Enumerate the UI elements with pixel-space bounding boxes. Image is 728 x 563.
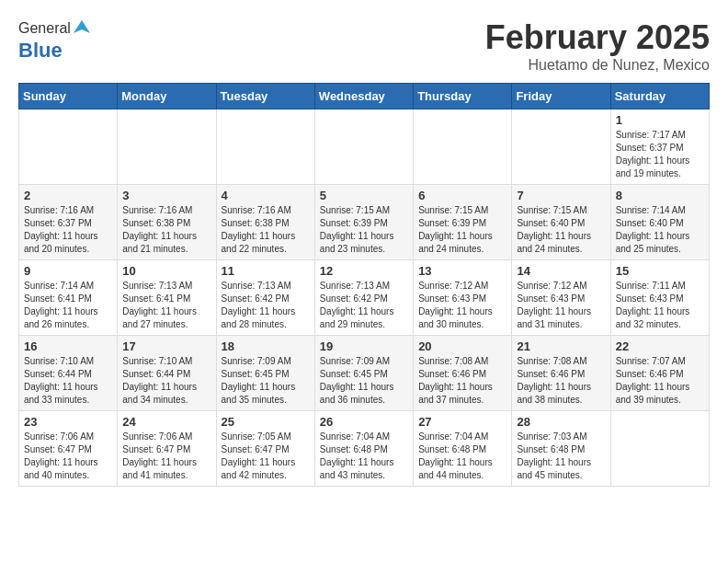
day-info: Sunrise: 7:04 AM Sunset: 6:48 PM Dayligh… bbox=[320, 431, 408, 482]
weekday-header-saturday: Saturday bbox=[610, 84, 709, 109]
day-number: 13 bbox=[418, 264, 506, 278]
empty-cell bbox=[610, 411, 709, 487]
page-header: General Blue February 2025 Huetamo de Nu… bbox=[18, 18, 710, 74]
empty-cell bbox=[314, 109, 413, 185]
day-cell-15: 15Sunrise: 7:11 AM Sunset: 6:43 PM Dayli… bbox=[610, 260, 709, 336]
day-number: 6 bbox=[418, 189, 506, 202]
day-number: 4 bbox=[222, 189, 310, 202]
day-cell-21: 21Sunrise: 7:08 AM Sunset: 6:46 PM Dayli… bbox=[512, 336, 610, 411]
day-info: Sunrise: 7:12 AM Sunset: 6:43 PM Dayligh… bbox=[418, 280, 506, 331]
svg-marker-0 bbox=[74, 20, 90, 33]
day-info: Sunrise: 7:15 AM Sunset: 6:40 PM Dayligh… bbox=[517, 204, 605, 256]
day-number: 14 bbox=[517, 264, 605, 278]
day-cell-18: 18Sunrise: 7:09 AM Sunset: 6:45 PM Dayli… bbox=[216, 336, 314, 411]
day-number: 28 bbox=[517, 415, 605, 429]
day-info: Sunrise: 7:10 AM Sunset: 6:44 PM Dayligh… bbox=[24, 355, 112, 407]
location-subtitle: Huetamo de Nunez, Mexico bbox=[485, 57, 710, 74]
day-info: Sunrise: 7:16 AM Sunset: 6:38 PM Dayligh… bbox=[222, 204, 310, 256]
day-number: 10 bbox=[122, 264, 210, 278]
day-info: Sunrise: 7:13 AM Sunset: 6:41 PM Dayligh… bbox=[122, 280, 210, 331]
weekday-header-tuesday: Tuesday bbox=[216, 84, 314, 109]
day-info: Sunrise: 7:10 AM Sunset: 6:44 PM Dayligh… bbox=[122, 355, 210, 407]
day-cell-9: 9Sunrise: 7:14 AM Sunset: 6:41 PM Daylig… bbox=[19, 260, 118, 336]
day-number: 17 bbox=[122, 339, 210, 353]
day-number: 21 bbox=[517, 339, 605, 353]
day-cell-25: 25Sunrise: 7:05 AM Sunset: 6:47 PM Dayli… bbox=[216, 411, 314, 487]
day-cell-10: 10Sunrise: 7:13 AM Sunset: 6:41 PM Dayli… bbox=[118, 260, 216, 336]
logo: General Blue bbox=[18, 18, 90, 63]
day-cell-26: 26Sunrise: 7:04 AM Sunset: 6:48 PM Dayli… bbox=[314, 411, 413, 487]
weekday-header-row: SundayMondayTuesdayWednesdayThursdayFrid… bbox=[19, 84, 710, 109]
weekday-header-friday: Friday bbox=[512, 84, 610, 109]
title-block: February 2025 Huetamo de Nunez, Mexico bbox=[485, 18, 710, 74]
day-number: 24 bbox=[122, 415, 210, 429]
week-row-5: 23Sunrise: 7:06 AM Sunset: 6:47 PM Dayli… bbox=[19, 411, 710, 487]
day-info: Sunrise: 7:13 AM Sunset: 6:42 PM Dayligh… bbox=[222, 280, 310, 331]
weekday-header-monday: Monday bbox=[118, 84, 216, 109]
day-number: 3 bbox=[122, 189, 210, 202]
day-number: 11 bbox=[222, 264, 310, 278]
day-number: 1 bbox=[616, 113, 704, 127]
week-row-3: 9Sunrise: 7:14 AM Sunset: 6:41 PM Daylig… bbox=[19, 260, 710, 336]
day-cell-2: 2Sunrise: 7:16 AM Sunset: 6:37 PM Daylig… bbox=[19, 185, 118, 260]
empty-cell bbox=[216, 109, 314, 185]
day-info: Sunrise: 7:05 AM Sunset: 6:47 PM Dayligh… bbox=[222, 431, 310, 482]
logo-blue-text: Blue bbox=[18, 39, 63, 63]
day-cell-3: 3Sunrise: 7:16 AM Sunset: 6:38 PM Daylig… bbox=[118, 185, 216, 260]
empty-cell bbox=[512, 109, 610, 185]
day-number: 27 bbox=[418, 415, 506, 429]
day-cell-19: 19Sunrise: 7:09 AM Sunset: 6:45 PM Dayli… bbox=[314, 336, 413, 411]
day-number: 15 bbox=[616, 264, 704, 278]
day-cell-7: 7Sunrise: 7:15 AM Sunset: 6:40 PM Daylig… bbox=[512, 185, 610, 260]
day-cell-11: 11Sunrise: 7:13 AM Sunset: 6:42 PM Dayli… bbox=[216, 260, 314, 336]
day-info: Sunrise: 7:09 AM Sunset: 6:45 PM Dayligh… bbox=[222, 355, 310, 407]
day-info: Sunrise: 7:12 AM Sunset: 6:43 PM Dayligh… bbox=[517, 280, 605, 331]
day-cell-4: 4Sunrise: 7:16 AM Sunset: 6:38 PM Daylig… bbox=[216, 185, 314, 260]
logo-general-text: General bbox=[18, 20, 71, 37]
day-cell-20: 20Sunrise: 7:08 AM Sunset: 6:46 PM Dayli… bbox=[414, 336, 512, 411]
day-number: 20 bbox=[418, 339, 506, 353]
logo-bird-icon bbox=[74, 18, 90, 35]
day-number: 19 bbox=[320, 339, 408, 353]
day-number: 5 bbox=[320, 189, 408, 202]
day-cell-1: 1Sunrise: 7:17 AM Sunset: 6:37 PM Daylig… bbox=[610, 109, 709, 185]
month-title: February 2025 bbox=[485, 18, 710, 57]
day-cell-22: 22Sunrise: 7:07 AM Sunset: 6:46 PM Dayli… bbox=[610, 336, 709, 411]
day-info: Sunrise: 7:04 AM Sunset: 6:48 PM Dayligh… bbox=[418, 431, 506, 482]
day-info: Sunrise: 7:15 AM Sunset: 6:39 PM Dayligh… bbox=[320, 204, 408, 256]
day-info: Sunrise: 7:13 AM Sunset: 6:42 PM Dayligh… bbox=[320, 280, 408, 331]
day-info: Sunrise: 7:16 AM Sunset: 6:37 PM Dayligh… bbox=[24, 204, 112, 256]
day-number: 22 bbox=[616, 339, 704, 353]
week-row-1: 1Sunrise: 7:17 AM Sunset: 6:37 PM Daylig… bbox=[19, 109, 710, 185]
day-number: 9 bbox=[24, 264, 112, 278]
day-info: Sunrise: 7:14 AM Sunset: 6:40 PM Dayligh… bbox=[616, 204, 704, 256]
day-cell-13: 13Sunrise: 7:12 AM Sunset: 6:43 PM Dayli… bbox=[414, 260, 512, 336]
day-cell-23: 23Sunrise: 7:06 AM Sunset: 6:47 PM Dayli… bbox=[19, 411, 118, 487]
day-info: Sunrise: 7:03 AM Sunset: 6:48 PM Dayligh… bbox=[517, 431, 605, 482]
day-info: Sunrise: 7:11 AM Sunset: 6:43 PM Dayligh… bbox=[616, 280, 704, 331]
day-cell-24: 24Sunrise: 7:06 AM Sunset: 6:47 PM Dayli… bbox=[118, 411, 216, 487]
day-cell-12: 12Sunrise: 7:13 AM Sunset: 6:42 PM Dayli… bbox=[314, 260, 413, 336]
day-info: Sunrise: 7:08 AM Sunset: 6:46 PM Dayligh… bbox=[517, 355, 605, 407]
day-info: Sunrise: 7:15 AM Sunset: 6:39 PM Dayligh… bbox=[418, 204, 506, 256]
week-row-4: 16Sunrise: 7:10 AM Sunset: 6:44 PM Dayli… bbox=[19, 336, 710, 411]
day-cell-28: 28Sunrise: 7:03 AM Sunset: 6:48 PM Dayli… bbox=[512, 411, 610, 487]
day-number: 18 bbox=[222, 339, 310, 353]
empty-cell bbox=[118, 109, 216, 185]
day-info: Sunrise: 7:08 AM Sunset: 6:46 PM Dayligh… bbox=[418, 355, 506, 407]
day-cell-14: 14Sunrise: 7:12 AM Sunset: 6:43 PM Dayli… bbox=[512, 260, 610, 336]
empty-cell bbox=[414, 109, 512, 185]
day-cell-16: 16Sunrise: 7:10 AM Sunset: 6:44 PM Dayli… bbox=[19, 336, 118, 411]
day-number: 25 bbox=[222, 415, 310, 429]
weekday-header-thursday: Thursday bbox=[414, 84, 512, 109]
day-info: Sunrise: 7:06 AM Sunset: 6:47 PM Dayligh… bbox=[24, 431, 112, 482]
day-info: Sunrise: 7:06 AM Sunset: 6:47 PM Dayligh… bbox=[122, 431, 210, 482]
day-number: 23 bbox=[24, 415, 112, 429]
day-info: Sunrise: 7:17 AM Sunset: 6:37 PM Dayligh… bbox=[616, 129, 704, 180]
empty-cell bbox=[19, 109, 118, 185]
day-info: Sunrise: 7:09 AM Sunset: 6:45 PM Dayligh… bbox=[320, 355, 408, 407]
week-row-2: 2Sunrise: 7:16 AM Sunset: 6:37 PM Daylig… bbox=[19, 185, 710, 260]
day-cell-17: 17Sunrise: 7:10 AM Sunset: 6:44 PM Dayli… bbox=[118, 336, 216, 411]
weekday-header-sunday: Sunday bbox=[19, 84, 118, 109]
calendar-table: SundayMondayTuesdayWednesdayThursdayFrid… bbox=[18, 83, 710, 487]
